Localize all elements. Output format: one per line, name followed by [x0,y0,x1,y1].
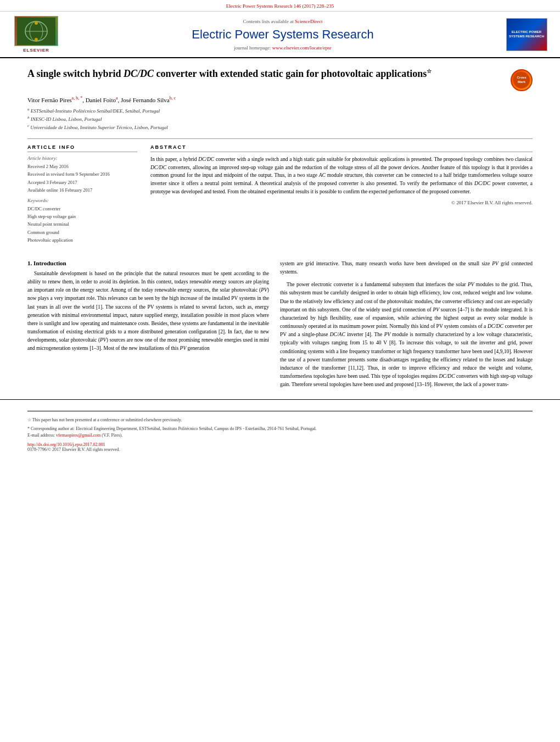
article-content: A single switch hybrid DC/DC converter w… [0,58,560,260]
crossmark-badge: Cross Mark [511,69,533,91]
contents-available: Contents lists available at ScienceDirec… [75,19,491,24]
article-info-header: ARTICLE INFO [27,144,137,152]
intro-para-2: system are grid interactive. Thus, many … [280,260,533,276]
section1-header: 1. Introduction [27,260,269,266]
doi-line: http://dx.doi.org/10.1016/j.epsr.2017.02… [27,442,533,447]
article-dates: Received 2 May 2016 Received in revised … [27,163,137,194]
epsr-logo-text: ELECTRIC POWER SYSTEMS RESEARCH [509,30,545,39]
email-label: E-mail address: [27,433,55,438]
footnote-1: ☆ This paper has not been presented at a… [27,417,533,423]
sciencedirect-link[interactable]: ScienceDirect [295,19,322,24]
date-received: Received 2 May 2016 [27,163,137,170]
abstract-text: In this paper, a hybrid DC/DC converter … [150,155,533,196]
epsr-logo-section: ELECTRIC POWER SYSTEMS RESEARCH [502,18,551,51]
kw-2: High step-up voltage gain [27,213,137,220]
journal-citation-bar: Electric Power Systems Research 146 (201… [0,0,560,12]
journal-header-center: Contents lists available at ScienceDirec… [64,19,502,51]
date-online: Available online 16 February 2017 [27,186,137,194]
journal-header: ELSEVIER Contents lists available at Sci… [0,12,560,58]
abstract-header: ABSTRACT [150,144,533,152]
journal-homepage-link[interactable]: www.elsevier.com/locate/epsr [272,45,332,51]
elsevier-logo [14,16,58,46]
intro-para-3: The power electronic converter is a fund… [280,281,533,389]
article-title-section: A single switch hybrid DC/DC converter w… [27,67,533,91]
author-3: José Fernando Silvab, c [121,97,176,103]
issn-line: 0378-7796/© 2017 Elsevier B.V. All right… [27,447,533,452]
abstract-col: ABSTRACT In this paper, a hybrid DC/DC c… [150,144,533,244]
col-right: system are grid interactive. Thus, many … [280,260,533,394]
journal-homepage: journal homepage: www.elsevier.com/locat… [75,45,491,51]
svg-point-4 [35,21,38,25]
date-accepted: Accepted 3 February 2017 [27,178,137,186]
history-label: Article history: [27,155,137,161]
epsr-logo: ELECTRIC POWER SYSTEMS RESEARCH [506,18,547,51]
article-info-col: ARTICLE INFO Article history: Received 2… [27,144,137,244]
elsevier-logo-section: ELSEVIER [9,16,64,53]
email-person: (V.F. Pires). [102,433,122,438]
footer-divider [27,411,533,411]
keywords-list: DC/DC converter High step-up voltage gai… [27,205,137,244]
kw-4: Common ground [27,228,137,236]
journal-citation: Electric Power Systems Research 146 (201… [226,3,334,9]
corresponding-email[interactable]: vfernaopires@gmail.com [56,433,100,438]
svg-point-5 [35,38,38,41]
article-info-abstract: ARTICLE INFO Article history: Received 2… [27,138,533,244]
author-1: Vitor Fernão Piresa, b, * [27,97,82,103]
intro-para-1: Sustainable development is based on the … [27,270,269,353]
page-footer: ☆ This paper has not been presented at a… [0,399,560,455]
kw-1: DC/DC converter [27,205,137,213]
svg-text:Mark: Mark [518,80,526,83]
elsevier-brand: ELSEVIER [23,48,49,53]
col-left: 1. Introduction Sustainable development … [27,260,269,394]
doi-link[interactable]: http://dx.doi.org/10.1016/j.epsr.2017.02… [27,442,105,447]
author-2: Daniel Foitoa [86,97,118,103]
svg-text:Cross: Cross [517,76,527,79]
keywords-label: Keywords: [27,198,137,203]
affiliations: a ESTSetúbal-Instituto Politécnico Setúb… [27,107,533,132]
section1-number: 1. Introduction [27,260,66,266]
abstract-copyright: © 2017 Elsevier B.V. All rights reserved… [150,200,533,205]
authors-line: Vitor Fernão Piresa, b, *, Daniel Foitoa… [27,96,533,103]
kw-3: Neutral point terminal [27,220,137,228]
article-title: A single switch hybrid DC/DC converter w… [27,67,500,81]
kw-5: Photovoltaic application [27,236,137,244]
journal-title-display: Electric Power Systems Research [75,27,491,42]
footnote-2: * Corresponding author at: Electrical En… [27,426,533,439]
main-body: 1. Introduction Sustainable development … [0,260,560,394]
date-revised: Received in revised form 9 September 201… [27,170,137,178]
